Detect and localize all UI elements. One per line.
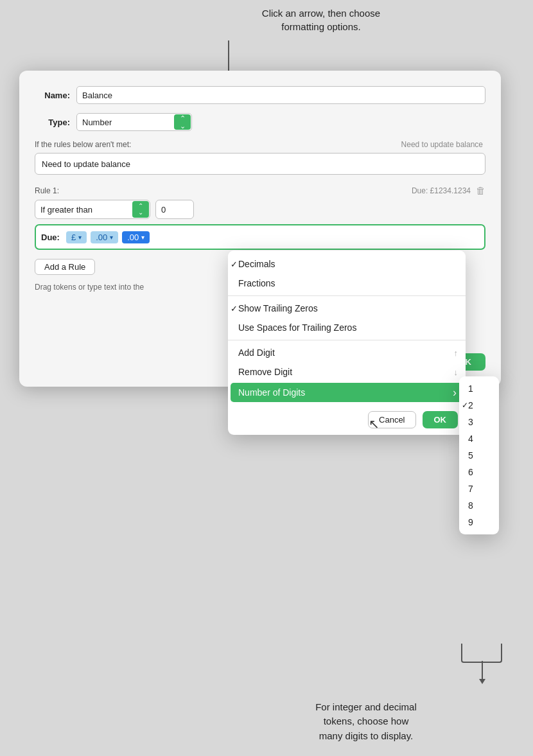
name-row: Name:: [35, 86, 485, 104]
menu-item-add-digit-label: Add Digit: [238, 347, 275, 358]
bracket-bottom: [461, 644, 502, 663]
annotation-bottom: For integer and decimaltokens, choose ho…: [250, 700, 482, 744]
add-rule-button[interactable]: Add a Rule: [35, 259, 95, 275]
menu-sep-2: [228, 340, 466, 340]
decimal-chip-arrow: ▾: [110, 234, 113, 241]
bracket-line: [482, 661, 483, 680]
rules-input-row: [35, 153, 485, 175]
rules-not-met-hint: Need to update balance: [401, 140, 483, 149]
submenu: 1 2 3 4 5 6 7 8 9: [459, 376, 499, 534]
rules-not-met-label: If the rules below aren't met:: [35, 140, 131, 149]
currency-chip-arrow: ▾: [78, 234, 82, 241]
rule-select-wrapper: If greater than If less than If equal to…: [35, 200, 150, 219]
decimal-chip-value: .00: [96, 233, 107, 242]
menu-item-number-of-digits[interactable]: Number of Digits: [231, 383, 463, 402]
rule-condition-value[interactable]: [155, 200, 194, 219]
menu-item-decimals-label: Decimals: [238, 259, 275, 269]
dropdown-ok-button[interactable]: OK: [423, 411, 459, 428]
format-bar-label: Due:: [41, 233, 60, 242]
submenu-item-4[interactable]: 4: [459, 430, 499, 447]
rule1-label: Rule 1:: [35, 186, 59, 195]
dropdown-menu: Decimals Fractions Show Trailing Zeros U…: [228, 251, 466, 435]
decimal-selected-chip[interactable]: .00 ▾: [122, 231, 150, 243]
submenu-item-5[interactable]: 5: [459, 447, 499, 464]
menu-item-use-spaces[interactable]: Use Spaces for Trailing Zeros: [228, 318, 466, 337]
currency-chip-value: £: [71, 233, 76, 242]
menu-item-fractions-label: Fractions: [238, 278, 275, 288]
rules-input[interactable]: [35, 153, 485, 175]
annotation-bottom-text: For integer and decimaltokens, choose ho…: [315, 701, 417, 741]
menu-item-remove-digit[interactable]: Remove Digit ↓: [228, 362, 466, 382]
type-select-wrapper: Number Text Date: [76, 113, 192, 131]
rules-not-met-row: If the rules below aren't met: Need to u…: [35, 140, 485, 149]
remove-digit-shortcut: ↓: [454, 367, 459, 377]
type-row: Type: Number Text Date: [35, 113, 485, 131]
submenu-item-3[interactable]: 3: [459, 414, 499, 430]
trash-icon[interactable]: 🗑: [476, 185, 485, 196]
menu-item-use-spaces-label: Use Spaces for Trailing Zeros: [238, 322, 356, 333]
submenu-item-1[interactable]: 1: [459, 380, 499, 397]
name-input[interactable]: [76, 86, 485, 104]
menu-item-decimals[interactable]: Decimals: [228, 254, 466, 274]
menu-item-show-trailing[interactable]: Show Trailing Zeros: [228, 299, 466, 318]
menu-item-fractions[interactable]: Fractions: [228, 274, 466, 293]
submenu-item-7[interactable]: 7: [459, 480, 499, 497]
rule1-header: Rule 1: Due: £1234.1234 🗑: [35, 185, 485, 196]
submenu-item-2[interactable]: 2: [459, 397, 499, 414]
type-label: Type:: [35, 118, 70, 127]
decimal-selected-chip-value: .00: [127, 233, 139, 242]
dropdown-cancel-button[interactable]: Cancel: [368, 411, 415, 428]
annotation-top: Click an arrow, then chooseformatting op…: [205, 6, 437, 33]
rule-spinner[interactable]: ⌃ ⌄: [132, 201, 149, 218]
menu-item-remove-digit-label: Remove Digit: [238, 367, 292, 377]
rule1-meta-text: Due: £1234.1234: [412, 186, 471, 195]
tokens-label-text: Drag tokens or type text into the: [35, 283, 144, 292]
rule1-meta: Due: £1234.1234 🗑: [412, 185, 485, 196]
submenu-item-9[interactable]: 9: [459, 514, 499, 531]
menu-item-show-trailing-label: Show Trailing Zeros: [238, 303, 318, 313]
menu-item-number-of-digits-label: Number of Digits: [238, 387, 305, 398]
decimal-chip[interactable]: .00 ▾: [91, 231, 118, 243]
menu-item-add-digit[interactable]: Add Digit ↑: [228, 343, 466, 362]
submenu-item-8[interactable]: 8: [459, 497, 499, 514]
rule-condition-row: If greater than If less than If equal to…: [35, 200, 485, 219]
currency-chip[interactable]: £ ▾: [66, 231, 87, 243]
submenu-item-6[interactable]: 6: [459, 464, 499, 480]
menu-sep-1: [228, 295, 466, 296]
annotation-top-text: Click an arrow, then chooseformatting op…: [262, 8, 380, 32]
add-digit-shortcut: ↑: [454, 348, 459, 358]
decimal-selected-chip-arrow: ▾: [141, 234, 144, 241]
format-bar: Due: £ ▾ .00 ▾ .00 ▾: [35, 224, 485, 250]
name-label: Name:: [35, 91, 70, 100]
type-spinner[interactable]: [174, 114, 191, 130]
